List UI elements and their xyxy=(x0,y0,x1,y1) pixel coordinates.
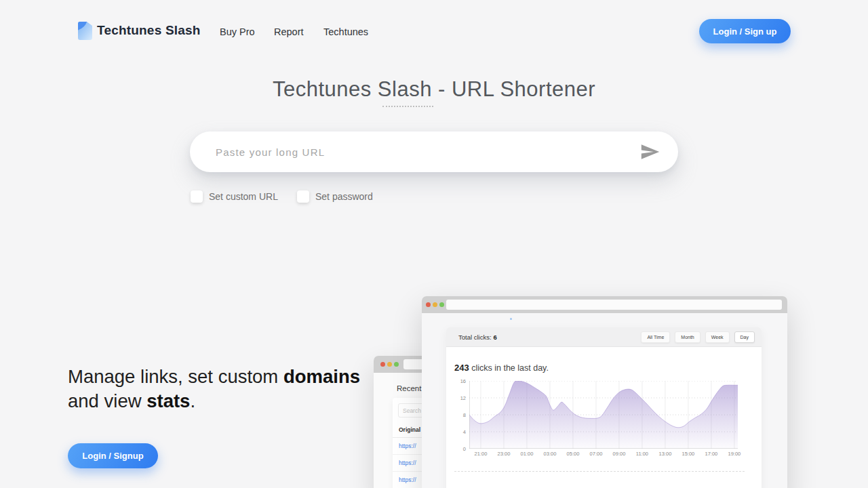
set-custom-url-option[interactable]: Set custom URL xyxy=(191,190,278,203)
window-expand-dot-icon[interactable] xyxy=(394,362,399,367)
nav-item-techtunes[interactable]: Techtunes xyxy=(323,26,368,37)
x-axis-tick-label: 09:00 xyxy=(609,451,629,457)
decorative-speck xyxy=(510,318,512,320)
nav-item-report[interactable]: Report xyxy=(274,26,304,37)
brand-logo-icon xyxy=(78,22,92,40)
x-axis-tick-label: 21:00 xyxy=(471,451,491,457)
range-filter-group: All Time Month Week Day xyxy=(636,331,755,343)
y-axis-tick-label: 8 xyxy=(450,412,466,418)
top-navbar: Techtunes Slash Buy Pro Report Techtunes… xyxy=(0,0,868,62)
password-label: Set password xyxy=(315,191,373,202)
stats-card-header: Total clicks: 6 All Time Month Week Day xyxy=(446,327,762,347)
nav-item-buy-pro[interactable]: Buy Pro xyxy=(220,26,255,37)
window-close-dot-icon[interactable] xyxy=(380,362,385,367)
window-close-dot-icon[interactable] xyxy=(426,302,431,307)
stats-card: Total clicks: 6 All Time Month Week Day … xyxy=(446,327,762,488)
total-clicks-label: Total clicks: xyxy=(458,333,492,341)
x-axis-tick-label: 23:00 xyxy=(494,451,514,457)
brand-name: Techtunes Slash xyxy=(97,23,201,38)
page-title: Techtunes Slash - URL Shortener xyxy=(0,77,868,102)
total-clicks-value: 6 xyxy=(494,333,497,341)
shorten-submit-button[interactable] xyxy=(640,144,660,160)
range-button-day[interactable]: Day xyxy=(734,331,755,343)
promo-text: Manage links, set custom domains and vie… xyxy=(68,365,366,413)
window-titlebar xyxy=(422,296,787,313)
x-axis-tick-label: 03:00 xyxy=(540,451,560,457)
window-minimize-dot-icon[interactable] xyxy=(433,302,437,307)
long-url-input[interactable] xyxy=(216,131,623,172)
y-axis-tick-label: 0 xyxy=(450,446,466,452)
send-icon xyxy=(640,152,660,162)
x-axis-tick-label: 05:00 xyxy=(563,451,583,457)
login-signup-button-top[interactable]: Login / Sign up xyxy=(699,19,791,43)
window-minimize-dot-icon[interactable] xyxy=(387,362,392,367)
url-shorten-bar xyxy=(190,131,678,172)
stats-browser-window: Total clicks: 6 All Time Month Week Day … xyxy=(422,296,787,488)
y-axis-tick-label: 12 xyxy=(450,395,466,401)
custom-url-checkbox[interactable] xyxy=(191,190,203,203)
x-axis-tick-label: 19:00 xyxy=(724,451,745,457)
range-button-week[interactable]: Week xyxy=(705,331,730,343)
chart-svg xyxy=(469,381,738,449)
range-button-month[interactable]: Month xyxy=(675,331,700,343)
x-axis-tick-label: 13:00 xyxy=(655,451,675,457)
y-axis-tick-label: 4 xyxy=(450,429,466,435)
clicks-headline: 243 clicks in the last day. xyxy=(454,363,549,373)
x-axis-tick-label: 17:00 xyxy=(701,451,722,457)
range-button-all-time[interactable]: All Time xyxy=(641,331,670,343)
x-axis-tick-label: 11:00 xyxy=(632,451,652,457)
title-dotted-underline xyxy=(382,103,433,107)
custom-url-label: Set custom URL xyxy=(209,191,278,202)
login-signup-button-bottom[interactable]: Login / Signup xyxy=(68,443,158,468)
x-axis-tick-label: 15:00 xyxy=(678,451,698,457)
window-expand-dot-icon[interactable] xyxy=(439,302,444,307)
x-axis-tick-label: 07:00 xyxy=(586,451,606,457)
dashed-separator xyxy=(454,471,745,472)
x-axis-tick-label: 01:00 xyxy=(517,451,537,457)
address-bar xyxy=(446,300,782,310)
password-checkbox[interactable] xyxy=(297,190,309,203)
clicks-area-chart: 048121621:0023:0001:0003:0005:0007:0009:… xyxy=(469,381,738,449)
y-axis-tick-label: 16 xyxy=(450,378,466,384)
set-password-option[interactable]: Set password xyxy=(297,190,373,203)
